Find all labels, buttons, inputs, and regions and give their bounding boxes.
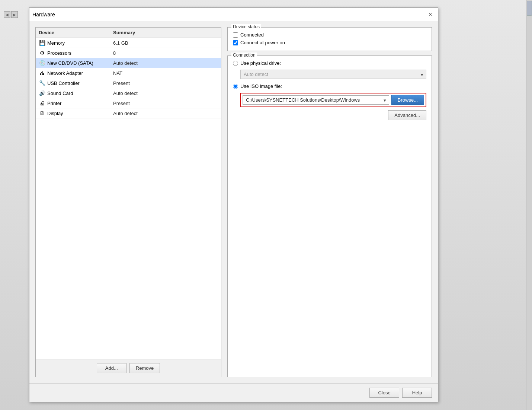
device-panel: Device Summary 💾 Memory 6.1 GB [35,27,221,377]
processors-icon: ⚙ [39,50,45,56]
connect-at-power-on-checkbox[interactable] [233,40,238,45]
physical-drive-dropdown-row: Auto detect [240,70,426,79]
device-row-sound[interactable]: 🔊 Sound Card Auto detect [36,88,221,98]
display-icon: 🖥 [39,110,45,116]
network-icon: 🖧 [39,70,45,76]
dialog-bottom-buttons: Close Help [29,383,438,402]
connected-label: Connected [240,32,264,38]
add-button[interactable]: Add... [97,363,126,373]
connected-row: Connected [233,32,426,38]
col-summary-header: Summary [113,30,218,35]
cddvd-summary: Auto detect [113,60,218,66]
cddvd-label: New CD/DVD (SATA) [47,60,93,66]
device-row-cddvd[interactable]: 💿 New CD/DVD (SATA) Auto detect [36,58,221,68]
iso-path-select[interactable]: C:\Users\SYSNETTECH Solutions\Desktop\Wi… [243,95,389,105]
dialog-content: Device Summary 💾 Memory 6.1 GB [29,21,438,383]
right-panel: Device status Connected Connect at power… [227,27,432,377]
connection-legend: Connection [231,53,257,58]
use-iso-label: Use ISO image file: [240,83,282,89]
display-label: Display [47,111,63,116]
back-arrow[interactable]: ◀ [4,11,10,18]
device-row-processors[interactable]: ⚙ Processors 8 [36,48,221,58]
device-status-group: Device status Connected Connect at power… [227,27,432,51]
device-name-memory: 💾 Memory [39,40,113,46]
device-name-network: 🖧 Network Adapter [39,70,113,76]
device-name-printer: 🖨 Printer [39,100,113,106]
display-summary: Auto detect [113,111,218,116]
dialog-title: Hardware [32,12,55,18]
device-row-usb[interactable]: 🔧 USB Controller Present [36,78,221,88]
device-name-cddvd: 💿 New CD/DVD (SATA) [39,60,113,66]
usb-summary: Present [113,80,218,86]
connected-checkbox[interactable] [233,32,238,38]
use-physical-drive-radio[interactable] [233,61,238,66]
device-row-display[interactable]: 🖥 Display Auto detect [36,108,221,118]
sound-icon: 🔊 [39,90,45,96]
cddvd-icon: 💿 [39,60,45,66]
device-row-printer[interactable]: 🖨 Printer Present [36,98,221,108]
iso-path-wrapper: C:\Users\SYSNETTECH Solutions\Desktop\Wi… [243,95,389,105]
device-status-legend: Device status [231,24,261,29]
outer-background: ◀ ▶ Hardware × Device Summary [0,0,532,410]
nav-arrows: ◀ ▶ [4,11,18,18]
printer-icon: 🖨 [39,100,45,106]
connect-at-power-on-label: Connect at power on [240,40,285,45]
device-table-header: Device Summary [36,28,221,38]
hardware-dialog: Hardware × Device Summary 💾 Memo [29,7,438,402]
printer-summary: Present [113,101,218,106]
sound-summary: Auto detect [113,90,218,96]
memory-summary: 6.1 GB [113,40,218,46]
usb-icon: 🔧 [39,80,45,86]
physical-drive-select[interactable]: Auto detect [240,70,426,79]
close-button[interactable]: × [426,10,435,19]
sound-label: Sound Card [47,90,73,96]
printer-label: Printer [47,101,61,106]
physical-drive-wrapper: Auto detect [240,70,426,79]
advanced-button[interactable]: Advanced... [388,110,426,120]
device-name-sound: 🔊 Sound Card [39,90,113,96]
forward-arrow[interactable]: ▶ [11,11,18,18]
use-physical-drive-label: Use physical drive: [240,60,281,66]
use-iso-row: Use ISO image file: [233,83,426,89]
processors-label: Processors [47,50,71,56]
device-table: Device Summary 💾 Memory 6.1 GB [36,28,221,359]
usb-label: USB Controller [47,80,80,86]
scrollbar-thumb [527,1,532,16]
advanced-row: Advanced... [233,110,426,120]
device-row-network[interactable]: 🖧 Network Adapter NAT [36,68,221,78]
processors-summary: 8 [113,50,218,56]
col-device-header: Device [39,30,113,35]
memory-label: Memory [47,40,65,46]
remove-button[interactable]: Remove [129,363,160,373]
device-name-usb: 🔧 USB Controller [39,80,113,86]
iso-file-row: C:\Users\SYSNETTECH Solutions\Desktop\Wi… [240,93,426,107]
use-physical-drive-row: Use physical drive: [233,60,426,66]
browse-button[interactable]: Browse... [391,95,424,105]
outer-scrollbar[interactable] [526,0,532,410]
device-row-memory[interactable]: 💾 Memory 6.1 GB [36,38,221,48]
device-name-display: 🖥 Display [39,110,113,116]
connection-group: Connection Use physical drive: Auto dete… [227,55,432,377]
memory-icon: 💾 [39,40,45,46]
device-panel-buttons: Add... Remove [36,359,221,377]
connect-at-power-on-row: Connect at power on [233,40,426,45]
dialog-help-button[interactable]: Help [402,388,432,398]
network-label: Network Adapter [47,70,83,76]
network-summary: NAT [113,70,218,76]
device-name-processors: ⚙ Processors [39,50,113,56]
use-iso-radio[interactable] [233,84,238,89]
dialog-close-button[interactable]: Close [369,388,399,398]
title-bar: Hardware × [29,8,438,21]
